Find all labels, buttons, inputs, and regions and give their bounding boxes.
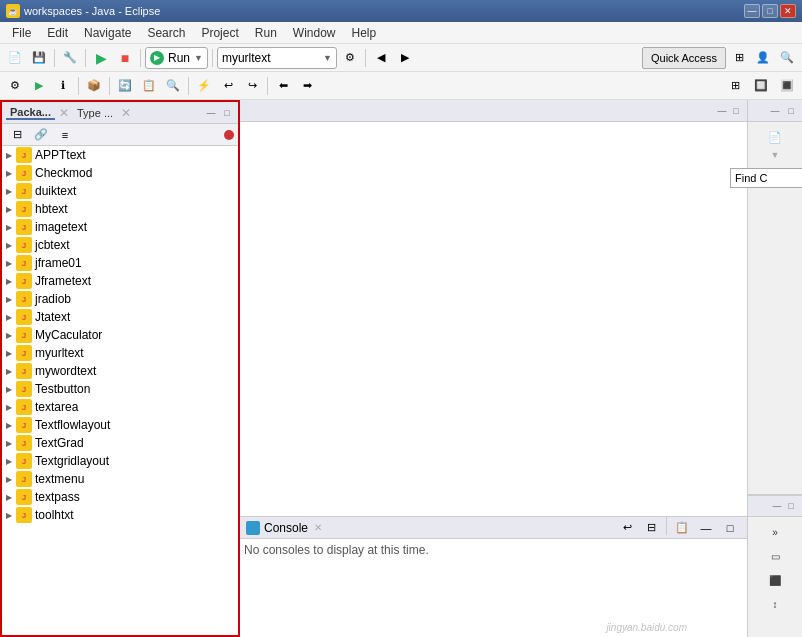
right-bottom-maximize[interactable]: □ [784, 499, 798, 513]
panel-minimize[interactable]: — [204, 106, 218, 120]
tree-item-Jframetext[interactable]: ▶ Jframetext [2, 272, 238, 290]
stop-btn[interactable]: ■ [114, 47, 136, 69]
console-btn1[interactable]: ↩ [616, 517, 638, 539]
tree-item-APPTtext[interactable]: ▶ APPTtext [2, 146, 238, 164]
tree-menu-button[interactable]: ≡ [54, 124, 76, 146]
app-icon: ☕ [6, 4, 20, 18]
tb2-btn4[interactable]: 🔄 [114, 75, 136, 97]
icon-btn-2[interactable]: 🔍 [776, 47, 798, 69]
panel-maximize[interactable]: □ [220, 106, 234, 120]
tree-item-textarea[interactable]: ▶ textarea [2, 398, 238, 416]
editor-area[interactable]: — □ [240, 100, 747, 517]
tb2-btn6[interactable]: 🔍 [162, 75, 184, 97]
right-new-btn[interactable]: 📄 [764, 126, 786, 148]
tree-item-Testbutton[interactable]: ▶ Testbutton [2, 380, 238, 398]
tree-item-Textgridlayout[interactable]: ▶ Textgridlayout [2, 452, 238, 470]
minimize-button[interactable]: — [744, 4, 760, 18]
run-dropdown[interactable]: ▶ Run ▼ [145, 47, 208, 69]
main-toolbar: 📄 💾 🔧 ▶ ■ ▶ Run ▼ myurltext ▼ ⚙ ◀ ▶ Quic… [0, 44, 802, 72]
tb2-btn8[interactable]: ↩ [217, 75, 239, 97]
console-btn2[interactable]: ⊟ [640, 517, 662, 539]
tab-type[interactable]: Type ... [73, 107, 117, 119]
prev-edit-button[interactable]: ◀ [370, 47, 392, 69]
menu-search[interactable]: Search [139, 22, 193, 43]
console-btn4[interactable]: — [695, 517, 717, 539]
console-btn3[interactable]: 📋 [671, 517, 693, 539]
close-button[interactable]: ✕ [780, 4, 796, 18]
right-maximize[interactable]: □ [784, 104, 798, 118]
menu-window[interactable]: Window [285, 22, 344, 43]
menu-project[interactable]: Project [193, 22, 246, 43]
pkg-icon [16, 165, 32, 181]
tree-item-jcbtext[interactable]: ▶ jcbtext [2, 236, 238, 254]
package-tree[interactable]: ▶ APPTtext ▶ Checkmod ▶ duiktext [2, 146, 238, 635]
console-btn5[interactable]: □ [719, 517, 741, 539]
menu-edit[interactable]: Edit [39, 22, 76, 43]
tree-item-textpass[interactable]: ▶ textpass [2, 488, 238, 506]
tree-item-myurltext[interactable]: ▶ myurltext [2, 344, 238, 362]
icon-btn-1[interactable]: 👤 [752, 47, 774, 69]
tree-item-Jtatext[interactable]: ▶ Jtatext [2, 308, 238, 326]
tb2-btn5[interactable]: 📋 [138, 75, 160, 97]
right-action-btn4[interactable]: ↕ [764, 593, 786, 615]
new-button[interactable]: 📄 [4, 47, 26, 69]
tree-item-hbtext[interactable]: ▶ hbtext [2, 200, 238, 218]
tree-arrow: ▶ [6, 439, 16, 448]
right-action-btn3[interactable]: ⬛ [764, 569, 786, 591]
editor-minimize[interactable]: — [715, 104, 729, 118]
editor-content[interactable] [240, 122, 747, 516]
tree-item-imagetext[interactable]: ▶ imagetext [2, 218, 238, 236]
run-btn[interactable]: ▶ [90, 47, 112, 69]
menu-file[interactable]: File [4, 22, 39, 43]
menu-run[interactable]: Run [247, 22, 285, 43]
tree-label: Jframetext [35, 274, 91, 288]
tb2-right-btn2[interactable]: 🔲 [750, 75, 772, 97]
tree-label: hbtext [35, 202, 68, 216]
tree-item-Textflowlayout[interactable]: ▶ Textflowlayout [2, 416, 238, 434]
tree-item-MyCaculator[interactable]: ▶ MyCaculator [2, 326, 238, 344]
quick-access-button[interactable]: Quick Access [642, 47, 726, 69]
tree-item-jframe01[interactable]: ▶ jframe01 [2, 254, 238, 272]
tree-item-toolhtxt[interactable]: ▶ toolhtxt [2, 506, 238, 524]
editor-maximize[interactable]: □ [729, 104, 743, 118]
find-input[interactable] [730, 168, 802, 188]
next-edit-button[interactable]: ▶ [394, 47, 416, 69]
tree-item-mywordtext[interactable]: ▶ mywordtext [2, 362, 238, 380]
collapse-all-button[interactable]: ⊟ [6, 124, 28, 146]
tb2-btn7[interactable]: ⚡ [193, 75, 215, 97]
tb2-right-btn3[interactable]: 🔳 [776, 75, 798, 97]
print-button[interactable]: 🔧 [59, 47, 81, 69]
tb2-right-btn1[interactable]: ⊞ [724, 75, 746, 97]
right-action-btn2[interactable]: ▭ [764, 545, 786, 567]
right-bottom-minimize[interactable]: — [770, 499, 784, 513]
tree-item-jradiob[interactable]: ▶ jradiob [2, 290, 238, 308]
run-target-dropdown[interactable]: myurltext ▼ [217, 47, 337, 69]
perspective-button[interactable]: ⊞ [728, 47, 750, 69]
tb2-btn9[interactable]: ↪ [241, 75, 263, 97]
right-minimize[interactable]: — [768, 104, 782, 118]
save-button[interactable]: 💾 [28, 47, 50, 69]
maximize-button[interactable]: □ [762, 4, 778, 18]
tree-item-TextGrad[interactable]: ▶ TextGrad [2, 434, 238, 452]
tree-label: mywordtext [35, 364, 96, 378]
right-action-btn1[interactable]: » [764, 521, 786, 543]
tb2-btn3[interactable]: 📦 [83, 75, 105, 97]
config-button[interactable]: ⚙ [339, 47, 361, 69]
separator-1 [54, 49, 55, 67]
tree-item-duiktext[interactable]: ▶ duiktext [2, 182, 238, 200]
console-close[interactable]: ✕ [314, 522, 322, 533]
tb2-btn2[interactable]: ℹ [52, 75, 74, 97]
window-controls[interactable]: — □ ✕ [744, 4, 796, 18]
tb2-run[interactable]: ▶ [28, 75, 50, 97]
menu-navigate[interactable]: Navigate [76, 22, 139, 43]
tb2-btn11[interactable]: ➡ [296, 75, 318, 97]
tb2-btn10[interactable]: ⬅ [272, 75, 294, 97]
tab-package-explorer[interactable]: Packa... [6, 106, 55, 120]
tree-label: jcbtext [35, 238, 70, 252]
menu-help[interactable]: Help [344, 22, 385, 43]
console-tab-label[interactable]: Console [264, 521, 308, 535]
link-editor-button[interactable]: 🔗 [30, 124, 52, 146]
tree-item-Checkmod[interactable]: ▶ Checkmod [2, 164, 238, 182]
tree-item-textmenu[interactable]: ▶ textmenu [2, 470, 238, 488]
tb2-btn1[interactable]: ⚙ [4, 75, 26, 97]
